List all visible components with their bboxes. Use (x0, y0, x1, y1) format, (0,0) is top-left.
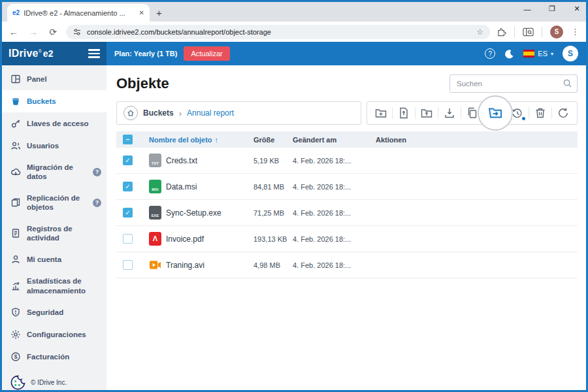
home-icon[interactable] (123, 106, 138, 120)
table-row[interactable]: ✓ TXT Creds.txt 5,19 KB 4. Feb. 2026 18:… (116, 148, 578, 174)
object-size: 5,19 KB (253, 157, 293, 165)
browser-toolbar: ← → ⟳ console.idrivee2.com/buckets/annua… (2, 22, 586, 42)
sidebar-item-buckets[interactable]: Buckets (2, 90, 106, 112)
address-bar[interactable]: console.idrivee2.com/buckets/annualrepor… (66, 25, 490, 39)
object-name[interactable]: Data.msi (166, 182, 253, 191)
table-row[interactable]: Traning.avi 4,98 MB 4. Feb. 2026 18:... (116, 252, 578, 278)
sidebar-item-label: Buckets (27, 97, 101, 106)
object-name[interactable]: Sync-Setup.exe (166, 208, 253, 218)
browser-tab[interactable]: e2 IDrive® e2 - Almacenamiento ... ✕ (7, 4, 150, 22)
site-settings-icon[interactable] (73, 27, 82, 37)
object-name[interactable]: Invoice.pdf (166, 235, 253, 244)
new-tab-button[interactable]: + (156, 7, 162, 18)
logo-suffix: e2 (43, 48, 54, 59)
column-header-size[interactable]: Größe (253, 136, 293, 144)
tab-strip: e2 IDrive® e2 - Almacenamiento ... ✕ + —… (2, 2, 586, 22)
reload-button[interactable]: ⟳ (46, 27, 59, 37)
breadcrumb-buckets-link[interactable]: Buckets (143, 108, 174, 118)
sidebar-item-panel[interactable]: Panel (2, 68, 106, 90)
sidebar-item-my-account[interactable]: Mi cuenta (2, 248, 106, 270)
row-checkbox[interactable] (123, 234, 133, 244)
sidebar-item-activity-logs[interactable]: Registros de actividad (2, 218, 106, 249)
exe-file-icon: EXE (149, 206, 161, 220)
sidebar-item-access-keys[interactable]: Llaves de acceso (2, 112, 106, 135)
upload-file-button[interactable] (393, 102, 415, 124)
forward-button[interactable]: → (27, 27, 40, 37)
url-text[interactable]: console.idrivee2.com/buckets/annualrepor… (87, 28, 471, 36)
breadcrumb-current-bucket[interactable]: Annual report (187, 108, 234, 118)
row-checkbox[interactable]: ✓ (123, 182, 133, 191)
users-icon (10, 140, 21, 151)
column-header-modified[interactable]: Geändert am (293, 136, 376, 144)
move-button[interactable] (484, 102, 506, 124)
plan-label: Plan: Yearly (1 TB) (114, 50, 177, 57)
account-avatar[interactable]: S (563, 46, 578, 61)
sidebar-item-label: Llaves de acceso (27, 119, 101, 128)
object-size: 71,25 MB (253, 209, 293, 217)
replication-icon (10, 197, 21, 208)
help-badge-icon[interactable]: ? (93, 199, 101, 207)
breadcrumb-separator: › (179, 108, 182, 118)
sidebar-item-storage-stats[interactable]: Estadísticas de almacenamiento (2, 270, 106, 301)
sidebar-item-label: Replicación de objetos (27, 193, 87, 212)
sidebar-item-data-migration[interactable]: Migración de datos ? (2, 157, 106, 188)
sidebar-item-billing[interactable]: $ Facturación (2, 346, 106, 368)
sidebar-item-label: Usuarios (27, 141, 101, 150)
stats-icon (10, 281, 21, 291)
divider (542, 27, 542, 37)
dashboard-icon (10, 74, 21, 84)
extensions-icon[interactable] (497, 27, 506, 37)
help-icon[interactable]: ? (485, 48, 495, 59)
spain-flag-icon (523, 50, 534, 57)
window-close-button[interactable]: ✕ (572, 5, 582, 13)
upgrade-button[interactable]: Actualizar (184, 46, 229, 61)
window-maximize-button[interactable]: ❐ (547, 5, 557, 13)
create-folder-button[interactable] (370, 102, 392, 124)
browser-menu-icon[interactable]: ⋮ (571, 27, 580, 37)
sidebar-item-object-replication[interactable]: Replicación de objetos ? (2, 188, 106, 218)
search-tabs-icon[interactable] (523, 27, 534, 37)
row-checkbox[interactable] (123, 260, 133, 270)
table-header: – Nombre del objeto ↑ Größe Geändert am … (116, 131, 578, 148)
object-size: 4,98 MB (253, 261, 293, 269)
msi-file-icon: MSI (149, 180, 161, 193)
browser-profile-avatar[interactable]: S (550, 25, 563, 39)
language-code: ES (538, 50, 547, 57)
bucket-icon (10, 96, 21, 106)
app-logo: IDrive®e2 (2, 42, 106, 65)
row-checkbox[interactable]: ✓ (123, 155, 133, 165)
language-selector[interactable]: ES ▾ (523, 50, 553, 57)
table-row[interactable]: ✓ MSI Data.msi 84,81 MB 4. Feb. 2026 18:… (116, 174, 578, 200)
delete-button[interactable] (529, 102, 551, 124)
object-modified: 4. Feb. 2026 18:... (293, 157, 376, 165)
sidebar-item-security[interactable]: Seguridad (2, 301, 106, 323)
bookmark-star-icon[interactable]: ☆ (476, 27, 483, 37)
refresh-button[interactable] (552, 102, 574, 124)
search-input[interactable] (449, 74, 578, 93)
help-badge-icon[interactable]: ? (93, 168, 101, 176)
sort-ascending-icon: ↑ (215, 136, 219, 144)
activity-log-icon (10, 228, 21, 238)
object-size: 193,13 KB (253, 235, 293, 243)
select-all-checkbox[interactable]: – (123, 135, 133, 144)
billing-icon: $ (10, 351, 21, 362)
table-row[interactable]: Λ Invoice.pdf 193,13 KB 4. Feb. 2026 18:… (116, 226, 578, 252)
window-minimize-button[interactable]: — (522, 5, 532, 13)
sidebar-item-label: Facturación (27, 352, 101, 361)
object-name[interactable]: Creds.txt (166, 156, 253, 165)
object-size: 84,81 MB (253, 183, 293, 191)
sidebar-item-users[interactable]: Usuarios (2, 135, 106, 157)
column-header-name[interactable]: Nombre del objeto ↑ (149, 136, 253, 144)
tab-close-icon[interactable]: ✕ (139, 9, 144, 16)
idrive-cookie-logo (10, 374, 26, 391)
hamburger-menu-icon[interactable] (88, 49, 100, 58)
row-checkbox[interactable]: ✓ (123, 208, 133, 218)
download-button[interactable] (438, 102, 461, 124)
back-button[interactable]: ← (7, 27, 20, 37)
app-header: IDrive®e2 Plan: Yearly (1 TB) Actualizar… (2, 42, 586, 65)
upload-folder-button[interactable] (416, 102, 438, 124)
table-row[interactable]: ✓ EXE Sync-Setup.exe 71,25 MB 4. Feb. 20… (116, 200, 578, 226)
dark-mode-moon-icon[interactable] (504, 49, 514, 59)
sidebar-item-settings[interactable]: Configuraciones (2, 323, 106, 346)
object-name[interactable]: Traning.avi (166, 261, 253, 270)
